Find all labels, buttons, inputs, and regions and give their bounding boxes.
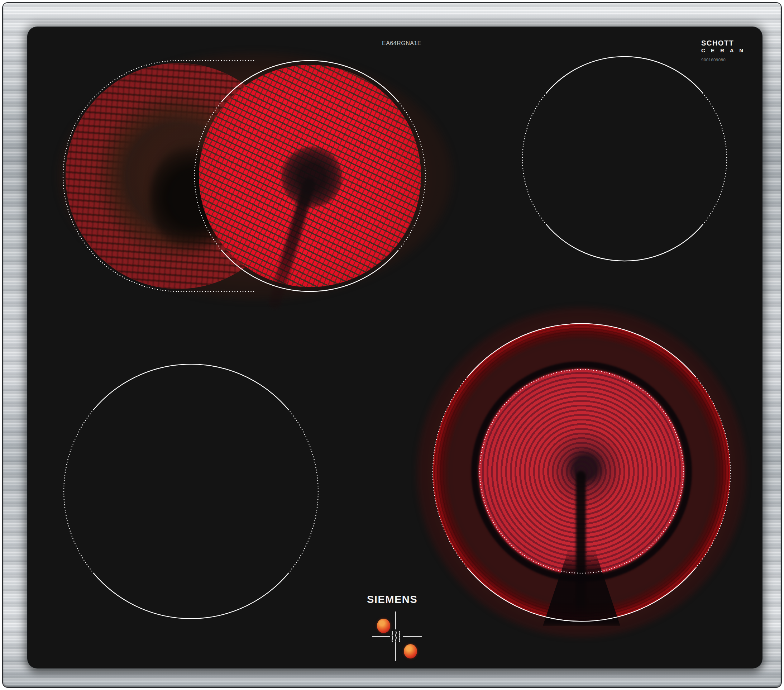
- heat-waves-icon: [390, 631, 403, 642]
- product-photo-ceramic-hob: EA64RGNA1E SCHOTT C E R A N 9001609080 S…: [0, 0, 784, 690]
- model-number-label: EA64RGNA1E: [382, 40, 422, 46]
- cross-line-top: [395, 611, 396, 629]
- print-code: 9001609080: [701, 58, 745, 63]
- ceramic-glass-surface: EA64RGNA1E SCHOTT C E R A N 9001609080 S…: [28, 27, 762, 668]
- residual-heat-dot-rear-left: [377, 619, 390, 633]
- cross-line-bottom: [395, 642, 396, 661]
- residual-heat-dot-front-right: [404, 644, 417, 659]
- cross-line-right: [403, 636, 422, 637]
- cross-line-left: [372, 636, 390, 637]
- siemens-logo: SIEMENS: [367, 594, 417, 606]
- zone-outline-markings: [28, 27, 762, 668]
- hob-frame: EA64RGNA1E SCHOTT C E R A N 9001609080 S…: [2, 2, 782, 688]
- schott-ceran-logo: SCHOTT C E R A N 9001609080: [701, 40, 745, 63]
- schott-wordmark: SCHOTT: [701, 40, 745, 46]
- ceran-wordmark: C E R A N: [701, 48, 745, 53]
